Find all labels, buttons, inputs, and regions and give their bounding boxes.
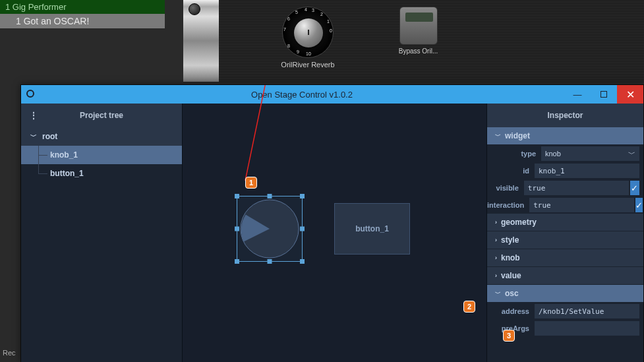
- gig-title: 1 Gig Performer: [0, 0, 165, 14]
- prop-id: id: [487, 162, 643, 179]
- plugin-knob-label: OrilRiver Reverb: [278, 61, 337, 69]
- plugin-rack: 0 1 2 3 4 5 6 7 8 9 10 OrilRiver Reverb: [183, 0, 644, 82]
- project-tree-panel: ⋮ Project tree ﹀ root knob_1 button_1: [21, 104, 183, 362]
- record-label[interactable]: Rec: [3, 349, 16, 357]
- address-input[interactable]: [535, 304, 639, 318]
- preargs-input[interactable]: [535, 321, 639, 336]
- visible-input[interactable]: [524, 181, 629, 195]
- prop-interaction: interaction ✓: [487, 196, 643, 214]
- tree-root[interactable]: ﹀ root: [21, 127, 182, 146]
- section-value[interactable]: › value: [487, 267, 643, 284]
- section-widget[interactable]: ﹀ widget: [487, 127, 643, 144]
- maximize-button[interactable]: [591, 85, 617, 104]
- bypass-button[interactable]: [399, 7, 438, 45]
- resize-handle[interactable]: [235, 259, 239, 264]
- resize-handle[interactable]: [268, 194, 272, 198]
- resize-handle[interactable]: [300, 194, 305, 198]
- section-style[interactable]: › style: [487, 231, 643, 249]
- menu-icon[interactable]: ⋮: [29, 110, 40, 121]
- gig-subtitle[interactable]: 1 Got an OSCAR!: [0, 14, 165, 28]
- section-osc[interactable]: ﹀ osc: [487, 285, 643, 302]
- chevron-down-icon: ﹀: [30, 132, 37, 141]
- annotation-1: 1: [245, 177, 257, 189]
- gig-header: 1 Gig Performer 1 Got an OSCAR!: [0, 0, 165, 28]
- chevron-right-icon: ›: [495, 219, 497, 226]
- plugin-bypass-label: Bypass Oril...: [397, 47, 440, 55]
- screw-icon: [189, 3, 200, 15]
- osc-window: Open Stage Control v1.0.2 — ✕ ⋮ Project …: [20, 84, 644, 362]
- tree-item-button[interactable]: button_1: [21, 164, 182, 183]
- resize-handle[interactable]: [235, 227, 239, 231]
- resize-handle[interactable]: [300, 227, 305, 231]
- section-knob[interactable]: › knob: [487, 249, 643, 266]
- prop-address: address: [487, 303, 643, 320]
- inspector-panel: Inspector ﹀ widget type knob ﹀ id: [486, 104, 643, 362]
- type-select[interactable]: knob ﹀: [541, 146, 639, 161]
- chevron-down-icon: ﹀: [628, 149, 635, 159]
- rotary-knob[interactable]: 0 1 2 3 4 5 6 7 8 9 10: [282, 7, 334, 58]
- titlebar[interactable]: Open Stage Control v1.0.2 — ✕: [21, 85, 643, 104]
- canvas-button-widget[interactable]: button_1: [334, 203, 410, 255]
- chevron-right-icon: ›: [495, 237, 497, 243]
- app-icon: [21, 88, 40, 100]
- tree-item-knob[interactable]: knob_1: [21, 146, 182, 164]
- inspector-header: Inspector: [487, 104, 643, 127]
- section-geometry[interactable]: › geometry: [487, 214, 643, 231]
- visible-checkbox[interactable]: ✓: [630, 181, 639, 195]
- annotation-3: 3: [503, 330, 515, 342]
- project-tree-header: ⋮ Project tree: [21, 104, 182, 127]
- id-input[interactable]: [535, 164, 639, 178]
- resize-handle[interactable]: [300, 259, 305, 264]
- chevron-down-icon: ﹀: [495, 132, 501, 140]
- plugin-area: 0 1 2 3 4 5 6 7 8 9 10 OrilRiver Reverb: [219, 0, 644, 82]
- canvas-knob-widget[interactable]: [237, 196, 303, 262]
- window-title: Open Stage Control v1.0.2: [40, 90, 564, 100]
- resize-handle[interactable]: [235, 194, 239, 198]
- chevron-down-icon: ﹀: [495, 289, 501, 298]
- annotation-2: 2: [463, 301, 475, 313]
- project-tree-title: Project tree: [80, 111, 123, 120]
- prop-type: type knob ﹀: [487, 145, 643, 162]
- close-button[interactable]: ✕: [617, 85, 643, 104]
- resize-handle[interactable]: [268, 259, 272, 264]
- canvas[interactable]: button_1: [183, 104, 486, 362]
- interaction-input[interactable]: [529, 198, 634, 212]
- minimize-button[interactable]: —: [564, 85, 591, 104]
- chevron-right-icon: ›: [495, 255, 497, 261]
- chevron-right-icon: ›: [495, 272, 497, 279]
- plugin-knob-widget[interactable]: 0 1 2 3 4 5 6 7 8 9 10 OrilRiver Reverb: [278, 7, 337, 69]
- prop-visible: visible ✓: [487, 179, 643, 196]
- plugin-bypass-widget[interactable]: Bypass Oril...: [397, 7, 440, 55]
- interaction-checkbox[interactable]: ✓: [635, 198, 643, 212]
- inspector-title: Inspector: [547, 111, 583, 120]
